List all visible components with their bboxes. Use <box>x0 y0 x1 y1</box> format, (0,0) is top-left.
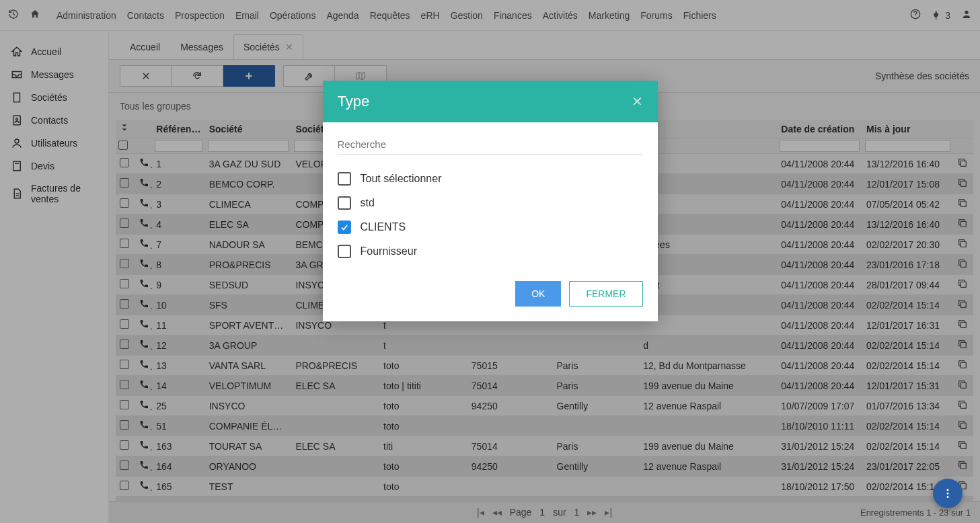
modal-search-input[interactable] <box>338 134 643 155</box>
svg-point-45 <box>947 489 949 491</box>
modal-footer: OK FERMER <box>323 272 658 321</box>
checkbox-icon[interactable] <box>338 196 351 210</box>
modal-title: Type <box>338 93 370 110</box>
option-label: std <box>361 197 375 209</box>
svg-point-46 <box>947 493 949 495</box>
fab-button[interactable] <box>933 479 963 508</box>
modal-close-icon[interactable]: ✕ <box>632 93 643 110</box>
option-fournisseur[interactable]: Fournisseur <box>338 239 643 264</box>
svg-point-47 <box>947 496 949 498</box>
modal-header: Type ✕ <box>323 81 658 122</box>
modal-overlay[interactable]: Type ✕ Tout sélectionnerstdCLIENTSFourni… <box>0 0 980 523</box>
modal-body: Tout sélectionnerstdCLIENTSFournisseur <box>323 122 658 272</box>
option-label: Fournisseur <box>361 245 417 257</box>
option-label: Tout sélectionner <box>361 173 442 185</box>
ok-button[interactable]: OK <box>515 281 561 307</box>
option-clients[interactable]: CLIENTS <box>338 215 643 239</box>
checkbox-icon[interactable] <box>338 172 351 186</box>
checkbox-icon[interactable] <box>338 245 351 258</box>
type-modal: Type ✕ Tout sélectionnerstdCLIENTSFourni… <box>323 81 658 321</box>
fermer-button[interactable]: FERMER <box>569 281 642 307</box>
checkbox-icon[interactable] <box>338 220 351 234</box>
option-std[interactable]: std <box>338 191 643 215</box>
option-tout-sélectionner[interactable]: Tout sélectionner <box>338 167 643 191</box>
option-label: CLIENTS <box>361 221 406 233</box>
